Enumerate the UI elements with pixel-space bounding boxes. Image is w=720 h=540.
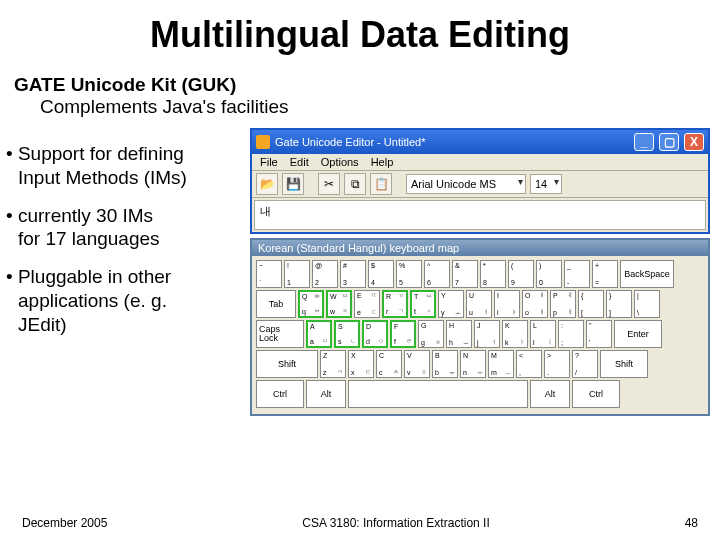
editor-textarea[interactable]: 내 (254, 200, 706, 230)
key-l[interactable]: Llㅣ (530, 320, 556, 348)
key-[interactable]: _- (564, 260, 590, 288)
editor-title: Gate Unicode Editor - Untitled* (275, 136, 425, 148)
menu-options[interactable]: Options (321, 156, 359, 168)
editor-toolbar: 📂 💾 ✂ ⧉ 📋 Arial Unicode MS 14 (252, 171, 708, 198)
key-4[interactable]: $4 (368, 260, 394, 288)
key-c[interactable]: Ccㅊ (376, 350, 402, 378)
slide-title: Multilingual Data Editing (0, 14, 720, 56)
key-6[interactable]: ^6 (424, 260, 450, 288)
key-9[interactable]: (9 (508, 260, 534, 288)
key-3[interactable]: #3 (340, 260, 366, 288)
key-g[interactable]: Ggㅎ (418, 320, 444, 348)
key-7[interactable]: &7 (452, 260, 478, 288)
bullet-3-line3: JEdit) (18, 313, 250, 337)
key-capslock[interactable]: Caps Lock (256, 320, 304, 348)
key-[interactable]: :; (558, 320, 584, 348)
subtitle-guk: GATE Unicode Kit (GUK) (14, 74, 720, 96)
key-f[interactable]: Ffㄹ (390, 320, 416, 348)
bullet-2: • currently 30 IMs for 17 languages (6, 204, 250, 252)
key-u[interactable]: Uuㅕ (466, 290, 492, 318)
footer-page: 48 (685, 516, 698, 530)
close-button[interactable]: X (684, 133, 704, 151)
key-[interactable]: += (592, 260, 618, 288)
key-h[interactable]: Hhㅗ (446, 320, 472, 348)
bullet-1-line1: • Support for defining (6, 142, 250, 166)
editor-titlebar[interactable]: Gate Unicode Editor - Untitled* _ ▢ X (252, 130, 708, 154)
key-y[interactable]: Yyㅛ (438, 290, 464, 318)
key-alt-right[interactable]: Alt (530, 380, 570, 408)
font-select[interactable]: Arial Unicode MS (406, 174, 526, 194)
bullet-2-line2: for 17 languages (18, 227, 250, 251)
key-[interactable]: {[ (578, 290, 604, 318)
font-size-select[interactable]: 14 (530, 174, 562, 194)
bullet-3-line1: • Pluggable in other (6, 265, 250, 289)
bullet-1: • Support for defining Input Methods (IM… (6, 142, 250, 190)
bullet-1-line2: Input Methods (IMs) (18, 166, 250, 190)
footer-date: December 2005 (22, 516, 107, 530)
key-[interactable]: }] (606, 290, 632, 318)
cut-icon[interactable]: ✂ (318, 173, 340, 195)
key-k[interactable]: Kkㅏ (502, 320, 528, 348)
key-q[interactable]: Qㅃqㅂ (298, 290, 324, 318)
key-e[interactable]: Eㄸeㄷ (354, 290, 380, 318)
app-icon (256, 135, 270, 149)
keyboard-title: Korean (Standard Hangul) keyboard map (252, 240, 708, 256)
subtitle-complements: Complements Java's facilities (40, 96, 720, 118)
footer-course: CSA 3180: Information Extraction II (302, 516, 489, 530)
key-tab[interactable]: Tab (256, 290, 296, 318)
paste-icon[interactable]: 📋 (370, 173, 392, 195)
minimize-button[interactable]: _ (634, 133, 654, 151)
copy-icon[interactable]: ⧉ (344, 173, 366, 195)
editor-menubar: File Edit Options Help (252, 154, 708, 171)
bullet-3-line2: applications (e. g. (18, 289, 250, 313)
key-t[interactable]: Tㅆtㅅ (410, 290, 436, 318)
menu-help[interactable]: Help (371, 156, 394, 168)
key-a[interactable]: Aaㅁ (306, 320, 332, 348)
open-icon[interactable]: 📂 (256, 173, 278, 195)
key-v[interactable]: Vvㅍ (404, 350, 430, 378)
key-ctrl-right[interactable]: Ctrl (572, 380, 620, 408)
key-[interactable]: ?/ (572, 350, 598, 378)
key-[interactable]: ~` (256, 260, 282, 288)
key-n[interactable]: Nnㅜ (460, 350, 486, 378)
keyboard-window: Korean (Standard Hangul) keyboard map ~`… (250, 238, 710, 416)
key-r[interactable]: Rㄲrㄱ (382, 290, 408, 318)
menu-file[interactable]: File (260, 156, 278, 168)
key-p[interactable]: Pㅖpㅔ (550, 290, 576, 318)
key-[interactable]: <, (516, 350, 542, 378)
bullet-2-line1: • currently 30 IMs (6, 204, 250, 228)
key-space[interactable] (348, 380, 528, 408)
key-5[interactable]: %5 (396, 260, 422, 288)
key-d[interactable]: Ddㅇ (362, 320, 388, 348)
key-[interactable]: "' (586, 320, 612, 348)
key-8[interactable]: *8 (480, 260, 506, 288)
key-ctrl-left[interactable]: Ctrl (256, 380, 304, 408)
key-x[interactable]: Xxㅌ (348, 350, 374, 378)
maximize-button[interactable]: ▢ (659, 133, 679, 151)
key-z[interactable]: Zzㅋ (320, 350, 346, 378)
key-i[interactable]: Iiㅑ (494, 290, 520, 318)
key-s[interactable]: Ssㄴ (334, 320, 360, 348)
editor-window: Gate Unicode Editor - Untitled* _ ▢ X Fi… (250, 128, 710, 234)
key-backspace[interactable]: BackSpace (620, 260, 674, 288)
key-[interactable]: >. (544, 350, 570, 378)
key-enter[interactable]: Enter (614, 320, 662, 348)
key-alt-left[interactable]: Alt (306, 380, 346, 408)
key-2[interactable]: @2 (312, 260, 338, 288)
key-shift-right[interactable]: Shift (600, 350, 648, 378)
key-w[interactable]: Wㅉwㅈ (326, 290, 352, 318)
key-0[interactable]: )0 (536, 260, 562, 288)
key-o[interactable]: Oㅒoㅐ (522, 290, 548, 318)
key-1[interactable]: !1 (284, 260, 310, 288)
key-b[interactable]: Bbㅠ (432, 350, 458, 378)
key-[interactable]: |\ (634, 290, 660, 318)
save-icon[interactable]: 💾 (282, 173, 304, 195)
bullet-3: • Pluggable in other applications (e. g.… (6, 265, 250, 336)
key-shift-left[interactable]: Shift (256, 350, 318, 378)
menu-edit[interactable]: Edit (290, 156, 309, 168)
key-m[interactable]: Mmㅡ (488, 350, 514, 378)
key-j[interactable]: Jjㅓ (474, 320, 500, 348)
